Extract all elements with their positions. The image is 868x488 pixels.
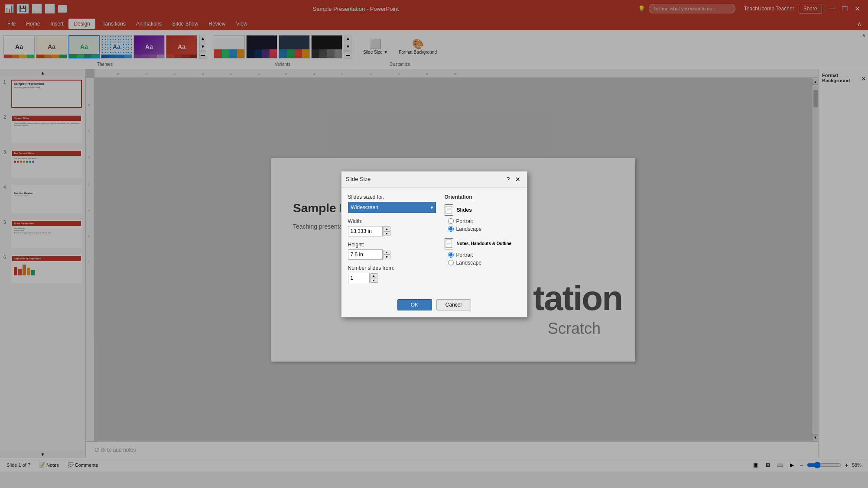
dialog-number-field: Number slides from: ▲ ▼ xyxy=(348,265,436,283)
dialog-title: Slide Size xyxy=(346,176,504,182)
notes-portrait-option[interactable]: Portrait xyxy=(448,252,520,258)
dialog-width-up[interactable]: ▲ xyxy=(384,226,390,231)
notes-orientation-group: Notes, Handouts & Outline Portrait Lands… xyxy=(445,238,520,266)
dialog-number-up[interactable]: ▲ xyxy=(371,273,377,278)
dialog-close-button[interactable]: ✕ xyxy=(513,175,523,184)
notes-page-icon xyxy=(445,238,453,249)
dialog-width-arrows: ▲ ▼ xyxy=(384,226,390,236)
dialog-slides-for-select[interactable]: Widescreen Standard (4:3) Letter Paper (… xyxy=(348,202,436,213)
dialog-footer: OK Cancel xyxy=(341,295,527,317)
dialog-select-wrapper: Widescreen Standard (4:3) Letter Paper (… xyxy=(348,202,436,213)
slides-landscape-option[interactable]: Landscape xyxy=(448,226,520,232)
dialog-right: Orientation Slides xyxy=(445,194,520,288)
notes-portrait-label[interactable]: Portrait xyxy=(456,252,473,258)
dialog-height-input[interactable] xyxy=(348,249,383,260)
dialog-number-input[interactable] xyxy=(348,273,370,283)
dialog-height-arrows: ▲ ▼ xyxy=(384,250,390,259)
notes-landscape-option[interactable]: Landscape xyxy=(448,260,520,266)
dialog-number-spinner: ▲ ▼ xyxy=(348,273,436,283)
dialog-slides-for-label: Slides sized for: xyxy=(348,194,436,200)
notes-landscape-label[interactable]: Landscape xyxy=(456,260,482,266)
svg-rect-26 xyxy=(446,240,452,248)
dialog-slides-for-field: Slides sized for: Widescreen Standard (4… xyxy=(348,194,436,213)
dialog-width-input[interactable] xyxy=(348,226,383,236)
dialog-width-spinner: ▲ ▼ xyxy=(348,226,436,236)
dialog-number-down[interactable]: ▼ xyxy=(371,278,377,283)
slide-size-dialog: Slide Size ? ✕ Slides sized for: Widescr… xyxy=(341,171,527,317)
dialog-width-down[interactable]: ▼ xyxy=(384,231,390,236)
slides-portrait-radio[interactable] xyxy=(448,218,454,224)
dialog-width-field: Width: ▲ ▼ xyxy=(348,218,436,236)
slides-portrait-label[interactable]: Portrait xyxy=(456,218,473,224)
dialog-height-down[interactable]: ▼ xyxy=(384,255,390,259)
dialog-width-label: Width: xyxy=(348,218,436,224)
dialog-body: Slides sized for: Widescreen Standard (4… xyxy=(341,187,527,295)
slides-landscape-label[interactable]: Landscape xyxy=(456,226,482,232)
dialog-overlay: Slide Size ? ✕ Slides sized for: Widescr… xyxy=(0,0,868,488)
slides-portrait-option[interactable]: Portrait xyxy=(448,218,520,224)
dialog-titlebar: Slide Size ? ✕ xyxy=(341,171,527,187)
dialog-height-field: Height: ▲ ▼ xyxy=(348,242,436,260)
dialog-cancel-button[interactable]: Cancel xyxy=(436,299,471,310)
dialog-height-label: Height: xyxy=(348,242,436,248)
notes-portrait-radio[interactable] xyxy=(448,252,454,258)
dialog-number-label: Number slides from: xyxy=(348,265,436,271)
dialog-left: Slides sized for: Widescreen Standard (4… xyxy=(348,194,436,288)
orientation-title: Orientation xyxy=(445,194,520,200)
slides-landscape-radio[interactable] xyxy=(448,226,454,232)
notes-landscape-radio[interactable] xyxy=(448,260,454,265)
notes-orientation-label: Notes, Handouts & Outline xyxy=(457,241,512,246)
slides-orientation-label: Slides xyxy=(457,207,472,213)
dialog-ok-button[interactable]: OK xyxy=(397,299,432,310)
slides-page-icon xyxy=(445,204,453,216)
dialog-number-arrows: ▲ ▼ xyxy=(371,273,377,283)
dialog-help-button[interactable]: ? xyxy=(504,175,513,184)
dialog-height-up[interactable]: ▲ xyxy=(384,250,390,255)
slides-orientation-group: Slides Portrait Landscape xyxy=(445,204,520,232)
dialog-height-spinner: ▲ ▼ xyxy=(348,249,436,260)
svg-rect-22 xyxy=(446,206,452,214)
